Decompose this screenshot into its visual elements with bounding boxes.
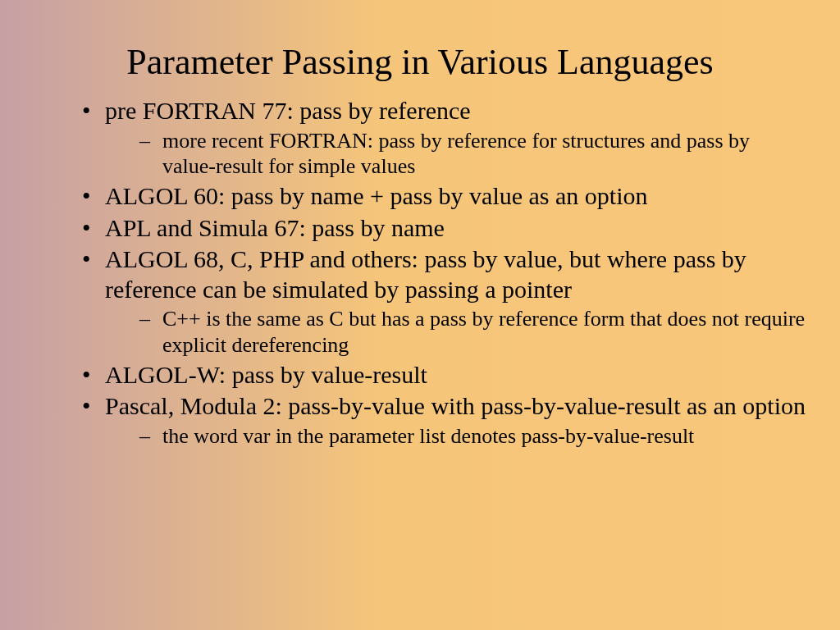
bullet-text: ALGOL 60: pass by name + pass by value a… (105, 182, 648, 209)
bullet-item: ALGOL 68, C, PHP and others: pass by val… (82, 244, 807, 358)
sub-bullet-text: the word var in the parameter list denot… (162, 424, 694, 448)
sub-bullet-text: C++ is the same as C but has a pass by r… (162, 307, 805, 357)
sub-list: C++ is the same as C but has a pass by r… (105, 306, 807, 358)
bullet-item: pre FORTRAN 77: pass by reference more r… (82, 96, 807, 180)
bullet-item: ALGOL 60: pass by name + pass by value a… (82, 181, 807, 212)
bullet-text: ALGOL 68, C, PHP and others: pass by val… (105, 245, 746, 303)
bullet-text: APL and Simula 67: pass by name (105, 214, 445, 241)
bullet-text: ALGOL-W: pass by value-result (105, 361, 427, 388)
bullet-list: pre FORTRAN 77: pass by reference more r… (33, 96, 807, 450)
slide-container: Parameter Passing in Various Languages p… (0, 0, 840, 484)
sub-bullet-item: more recent FORTRAN: pass by reference f… (139, 128, 807, 180)
bullet-item: APL and Simula 67: pass by name (82, 213, 807, 244)
sub-list: more recent FORTRAN: pass by reference f… (105, 128, 807, 180)
bullet-item: Pascal, Modula 2: pass-by-value with pas… (82, 391, 807, 449)
sub-list: the word var in the parameter list denot… (105, 423, 807, 450)
sub-bullet-text: more recent FORTRAN: pass by reference f… (162, 129, 750, 179)
sub-bullet-item: C++ is the same as C but has a pass by r… (139, 306, 807, 358)
slide-title: Parameter Passing in Various Languages (33, 41, 807, 83)
bullet-text: pre FORTRAN 77: pass by reference (105, 97, 471, 124)
bullet-text: Pascal, Modula 2: pass-by-value with pas… (105, 392, 806, 419)
sub-bullet-item: the word var in the parameter list denot… (139, 423, 807, 450)
bullet-item: ALGOL-W: pass by value-result (82, 360, 807, 390)
